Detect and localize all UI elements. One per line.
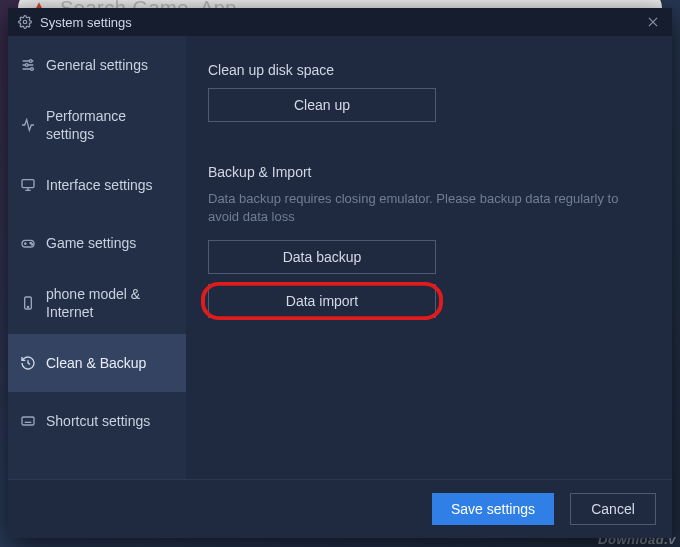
sidebar-item-label: General settings [46, 56, 148, 74]
keyboard-icon [20, 413, 36, 429]
footer: Save settings Cancel [8, 479, 672, 538]
svg-point-9 [27, 306, 28, 307]
sidebar-item-clean-backup[interactable]: Clean & Backup [8, 334, 186, 392]
system-settings-modal: System settings General settings [8, 8, 672, 538]
phone-icon [20, 295, 36, 311]
svg-point-2 [25, 63, 28, 66]
data-backup-button-label: Data backup [283, 249, 362, 265]
sidebar-item-label: Shortcut settings [46, 412, 150, 430]
clean-up-button[interactable]: Clean up [208, 88, 436, 122]
sliders-icon [20, 57, 36, 73]
svg-point-7 [31, 243, 32, 244]
save-settings-button[interactable]: Save settings [432, 493, 554, 525]
svg-rect-10 [22, 417, 34, 425]
sidebar-item-label: Interface settings [46, 176, 153, 194]
sidebar-item-game[interactable]: Game settings [8, 214, 186, 272]
data-import-button-label: Data import [286, 293, 358, 309]
data-backup-button[interactable]: Data backup [208, 240, 436, 274]
cancel-button[interactable]: Cancel [570, 493, 656, 525]
close-button[interactable] [642, 11, 664, 33]
save-button-label: Save settings [451, 501, 535, 517]
sidebar: General settings Performance settings In… [8, 36, 186, 479]
clean-up-button-label: Clean up [294, 97, 350, 113]
sidebar-item-interface[interactable]: Interface settings [8, 156, 186, 214]
backup-hint: Data backup requires closing emulator. P… [208, 190, 638, 226]
cancel-button-label: Cancel [591, 501, 635, 517]
sidebar-item-label: Clean & Backup [46, 354, 146, 372]
history-icon [20, 355, 36, 371]
sidebar-item-general[interactable]: General settings [8, 36, 186, 94]
window-title: System settings [40, 15, 132, 30]
sidebar-item-shortcut[interactable]: Shortcut settings [8, 392, 186, 450]
activity-icon [20, 117, 36, 133]
sidebar-item-performance[interactable]: Performance settings [8, 94, 186, 156]
data-import-button[interactable]: Data import [208, 284, 436, 318]
cleanup-title: Clean up disk space [208, 62, 650, 78]
gear-icon [18, 15, 32, 29]
sidebar-item-label: Game settings [46, 234, 136, 252]
content-pane: Clean up disk space Clean up Backup & Im… [186, 36, 672, 479]
monitor-icon [20, 177, 36, 193]
titlebar: System settings [8, 8, 672, 36]
backup-title: Backup & Import [208, 164, 650, 180]
svg-point-1 [29, 59, 32, 62]
svg-rect-4 [22, 179, 34, 187]
sidebar-item-label: phone model & Internet [46, 285, 174, 321]
svg-point-3 [31, 67, 34, 70]
gamepad-icon [20, 235, 36, 251]
sidebar-item-phone-internet[interactable]: phone model & Internet [8, 272, 186, 334]
sidebar-item-label: Performance settings [46, 107, 174, 143]
svg-point-0 [23, 20, 27, 24]
